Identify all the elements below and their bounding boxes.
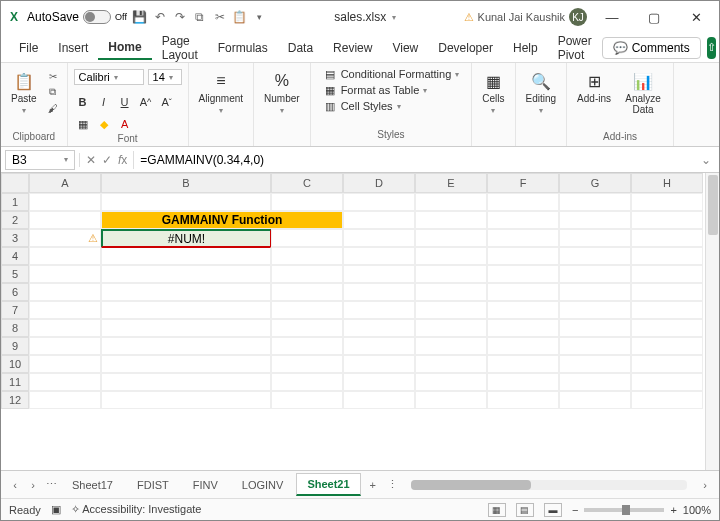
zoom-out-button[interactable]: − bbox=[572, 504, 578, 516]
cell[interactable] bbox=[271, 247, 343, 265]
formula-input[interactable]: =GAMMAINV(0.34,4,0) bbox=[133, 151, 693, 169]
format-as-table-button[interactable]: ▦Format as Table ▾ bbox=[319, 83, 464, 97]
cut-button[interactable]: ✂ bbox=[45, 69, 61, 83]
cell[interactable] bbox=[271, 301, 343, 319]
cell[interactable] bbox=[29, 247, 101, 265]
font-shrink-button[interactable]: Aˇ bbox=[158, 93, 176, 111]
cell[interactable] bbox=[631, 193, 703, 211]
cell[interactable] bbox=[631, 391, 703, 409]
cell-merged-header[interactable]: GAMMAINV Function bbox=[101, 211, 343, 229]
cell[interactable] bbox=[343, 283, 415, 301]
grid[interactable]: A B C D E F G H 1 2GAMMAINV Function 3⚠#… bbox=[1, 173, 705, 470]
copy-icon[interactable]: ⧉ bbox=[193, 10, 207, 24]
cell[interactable] bbox=[29, 283, 101, 301]
addins-button[interactable]: ⊞Add-ins bbox=[573, 69, 615, 106]
redo-icon[interactable]: ↷ bbox=[173, 10, 187, 24]
cell[interactable] bbox=[631, 355, 703, 373]
cell[interactable] bbox=[101, 301, 271, 319]
cell[interactable] bbox=[631, 283, 703, 301]
macro-icon[interactable]: ▣ bbox=[51, 503, 61, 516]
cell[interactable] bbox=[343, 337, 415, 355]
comments-button[interactable]: 💬 Comments bbox=[602, 37, 701, 59]
cell[interactable] bbox=[101, 337, 271, 355]
user-badge[interactable]: ⚠ Kunal Jai Kaushik KJ bbox=[464, 8, 587, 26]
cell[interactable] bbox=[487, 283, 559, 301]
row-header[interactable]: 11 bbox=[1, 373, 29, 391]
cell[interactable] bbox=[631, 301, 703, 319]
cell[interactable] bbox=[487, 265, 559, 283]
cell[interactable] bbox=[631, 211, 703, 229]
menu-file[interactable]: File bbox=[9, 37, 48, 59]
cell[interactable] bbox=[343, 229, 415, 247]
cell[interactable] bbox=[487, 229, 559, 247]
cell[interactable] bbox=[29, 319, 101, 337]
cell[interactable] bbox=[101, 283, 271, 301]
row-header[interactable]: 12 bbox=[1, 391, 29, 409]
cell[interactable]: ⚠ bbox=[29, 229, 101, 247]
menu-data[interactable]: Data bbox=[278, 37, 323, 59]
cell[interactable] bbox=[487, 301, 559, 319]
cell[interactable] bbox=[487, 337, 559, 355]
cells-button[interactable]: ▦Cells▾ bbox=[478, 69, 508, 117]
paste-icon-qa[interactable]: 📋 bbox=[233, 10, 247, 24]
italic-button[interactable]: I bbox=[95, 93, 113, 111]
cell[interactable] bbox=[415, 355, 487, 373]
cell[interactable] bbox=[343, 211, 415, 229]
alignment-button[interactable]: ≡Alignment▾ bbox=[195, 69, 247, 117]
cell[interactable] bbox=[559, 319, 631, 337]
cell[interactable] bbox=[101, 319, 271, 337]
cell[interactable] bbox=[487, 391, 559, 409]
cell[interactable] bbox=[343, 247, 415, 265]
close-button[interactable]: ✕ bbox=[679, 3, 713, 31]
tab-nav-more[interactable]: ⋯ bbox=[43, 477, 59, 493]
copy-button[interactable]: ⧉ bbox=[45, 85, 61, 99]
row-header[interactable]: 4 bbox=[1, 247, 29, 265]
cell[interactable] bbox=[631, 265, 703, 283]
col-header-b[interactable]: B bbox=[101, 173, 271, 193]
format-painter-button[interactable]: 🖌 bbox=[45, 101, 61, 115]
undo-icon[interactable]: ↶ bbox=[153, 10, 167, 24]
cell[interactable] bbox=[101, 355, 271, 373]
cell[interactable] bbox=[559, 229, 631, 247]
cell[interactable] bbox=[487, 373, 559, 391]
cell[interactable] bbox=[415, 283, 487, 301]
row-header[interactable]: 3 bbox=[1, 229, 29, 247]
fx-icon[interactable]: fx bbox=[118, 153, 127, 167]
menu-developer[interactable]: Developer bbox=[428, 37, 503, 59]
conditional-formatting-button[interactable]: ▤Conditional Formatting ▾ bbox=[319, 67, 464, 81]
menu-formulas[interactable]: Formulas bbox=[208, 37, 278, 59]
cell[interactable] bbox=[415, 193, 487, 211]
cell[interactable] bbox=[271, 193, 343, 211]
bold-button[interactable]: B bbox=[74, 93, 92, 111]
cell[interactable] bbox=[415, 265, 487, 283]
cell[interactable] bbox=[415, 301, 487, 319]
cell[interactable] bbox=[271, 229, 343, 247]
cell[interactable] bbox=[415, 337, 487, 355]
cell[interactable] bbox=[487, 193, 559, 211]
cell[interactable] bbox=[559, 283, 631, 301]
cell[interactable] bbox=[271, 373, 343, 391]
maximize-button[interactable]: ▢ bbox=[637, 3, 671, 31]
scroll-right[interactable]: › bbox=[697, 477, 713, 493]
col-header-g[interactable]: G bbox=[559, 173, 631, 193]
cell[interactable] bbox=[101, 247, 271, 265]
zoom-control[interactable]: − + 100% bbox=[572, 504, 711, 516]
share-button[interactable]: ⇧ bbox=[707, 37, 716, 59]
cell[interactable] bbox=[487, 355, 559, 373]
cell[interactable] bbox=[631, 319, 703, 337]
sheet-tab[interactable]: LOGINV bbox=[231, 474, 295, 496]
menu-review[interactable]: Review bbox=[323, 37, 382, 59]
menu-page-layout[interactable]: Page Layout bbox=[152, 30, 208, 66]
row-header[interactable]: 1 bbox=[1, 193, 29, 211]
sheet-tab[interactable]: Sheet17 bbox=[61, 474, 124, 496]
cell[interactable] bbox=[631, 373, 703, 391]
menu-view[interactable]: View bbox=[382, 37, 428, 59]
cell[interactable] bbox=[559, 337, 631, 355]
col-header-d[interactable]: D bbox=[343, 173, 415, 193]
border-button[interactable]: ▦ bbox=[74, 115, 92, 133]
editing-button[interactable]: 🔍Editing▾ bbox=[522, 69, 561, 117]
cell[interactable] bbox=[559, 301, 631, 319]
cell[interactable] bbox=[487, 319, 559, 337]
font-grow-button[interactable]: A^ bbox=[137, 93, 155, 111]
tab-nav-prev[interactable]: ‹ bbox=[7, 477, 23, 493]
